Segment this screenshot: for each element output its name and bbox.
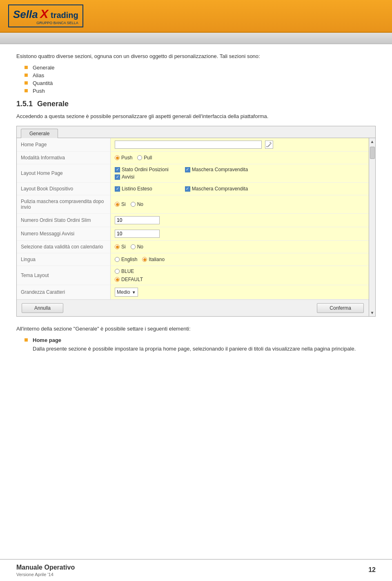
form-tab[interactable]: Generale: [21, 129, 58, 138]
homepage-input[interactable]: [115, 141, 262, 149]
radio-selezione-si-icon[interactable]: [115, 244, 120, 249]
checkbox-maschera-compra1-icon[interactable]: [185, 167, 190, 172]
bottom-desc: All'interno della sezione "Generale" è p…: [16, 325, 376, 333]
checkbox-maschera-compra1-label: Maschera Compravendita: [192, 167, 248, 172]
section-desc: Accedendo a questa sezione è possibile p…: [16, 112, 376, 121]
form-row-num-messaggi: Numero Messaggi Avvisi: [17, 227, 369, 241]
layout-book-row1: Listino Esteso Maschera Compravendita: [115, 186, 365, 192]
main-content: Esistono quattro diverse sezioni, ognuna…: [0, 44, 392, 369]
input-num-ordini[interactable]: [115, 216, 160, 224]
radio-selezione-si[interactable]: Si: [115, 244, 126, 250]
checkbox-maschera-compra2-icon[interactable]: [185, 186, 190, 192]
list-item-label: Alias: [33, 72, 44, 78]
checkbox-listino-esteso-label: Listino Esteso: [122, 186, 152, 192]
radio-pull-icon[interactable]: [137, 155, 142, 160]
bottom-list: Home page Dalla presente sezione è possi…: [24, 337, 376, 353]
select-arrow-icon: ▼: [132, 290, 136, 295]
form-label-lingua: Lingua: [17, 253, 111, 266]
footer-version: Versione Aprile '14: [16, 572, 376, 577]
checkbox-stato-ordini-icon[interactable]: [115, 167, 120, 172]
radio-pull-label: Pull: [144, 155, 152, 161]
form-value-pulizia: Si No: [111, 195, 369, 214]
form-row-grandezza: Grandezza Caratteri Medio ▼: [17, 285, 369, 299]
radio-pulizia-no[interactable]: No: [131, 201, 143, 207]
radio-group-modalita: Push Pull: [115, 155, 365, 161]
form-label-layout-home: Layout Home Page: [17, 164, 111, 183]
radio-push-icon[interactable]: [115, 155, 120, 160]
form-label-tema: Tema Layout: [17, 266, 111, 285]
radio-italiano-label: Italiano: [149, 257, 165, 262]
checkbox-avvisi[interactable]: Avvisi: [115, 174, 134, 180]
scroll-down-arrow[interactable]: ▼: [369, 309, 376, 316]
checkbox-listino-esteso-icon[interactable]: [115, 186, 120, 192]
form-label-num-messaggi: Numero Messaggi Avvisi: [17, 227, 111, 241]
radio-default[interactable]: DEFAULT: [115, 277, 365, 282]
checkbox-maschera-compra1[interactable]: Maschera Compravendita: [185, 167, 248, 172]
radio-pulizia-si[interactable]: Si: [115, 201, 126, 207]
svg-rect-0: [267, 144, 271, 147]
input-num-messaggi[interactable]: [115, 230, 160, 238]
form-label-layout-book: Layout Book Dispositivo: [17, 183, 111, 195]
layout-home-row2: Avvisi: [115, 174, 365, 180]
radio-italiano-icon[interactable]: [142, 257, 147, 262]
radio-pull[interactable]: Pull: [137, 155, 152, 161]
list-item: Quantità: [24, 80, 376, 86]
bottom-bullet-icon: [24, 338, 28, 342]
radio-selezione-no[interactable]: No: [131, 244, 143, 250]
checkbox-avvisi-icon[interactable]: [115, 174, 120, 180]
footer-title: Manuale Operativo: [16, 564, 376, 571]
scroll-thumb[interactable]: [370, 147, 375, 159]
bottom-section: All'interno della sezione "Generale" è p…: [16, 325, 376, 353]
logo-trading-text: trading: [51, 11, 78, 20]
select-grandezza-value: Medio: [117, 289, 130, 295]
intro-text: Esistono quattro diverse sezioni, ognuna…: [16, 52, 376, 60]
form-value-num-ordini: [111, 214, 369, 227]
scroll-up-arrow[interactable]: ▲: [369, 138, 376, 145]
form-value-tema: BLUE DEFAULT: [111, 266, 369, 285]
form-value-grandezza: Medio ▼: [111, 285, 369, 299]
bottom-item-content: Home page Dalla presente sezione è possi…: [33, 337, 376, 353]
form-label-pulizia: Pulizia maschera compravendita dopo invi…: [17, 195, 111, 214]
section-number: 1.5.1: [16, 100, 33, 108]
tema-options: BLUE DEFAULT: [115, 268, 365, 282]
form-value-num-messaggi: [111, 227, 369, 241]
bullet-icon: [24, 81, 28, 85]
footer: Manuale Operativo Versione Aprile '14 12: [0, 559, 392, 581]
form-panel: Generale Home Page: [16, 126, 376, 317]
footer-page: 12: [368, 566, 376, 574]
form-label-num-ordini: Numero Ordini Stato Ordini Slim: [17, 214, 111, 227]
logo-sella-text: Sella: [13, 8, 38, 20]
radio-italiano[interactable]: Italiano: [142, 257, 165, 262]
radio-english[interactable]: English: [115, 257, 137, 262]
form-value-lingua: English Italiano: [111, 253, 369, 266]
form-label-homepage: Home Page: [17, 138, 111, 152]
pencil-icon: [266, 142, 272, 147]
radio-pulizia-si-icon[interactable]: [115, 202, 120, 207]
cancel-button[interactable]: Annulla: [22, 303, 63, 313]
radio-selezione-no-icon[interactable]: [131, 244, 136, 249]
layout-home-checkboxes: Stato Ordini Posizioni Maschera Comprave…: [115, 167, 365, 180]
radio-english-icon[interactable]: [115, 257, 120, 262]
select-grandezza[interactable]: Medio ▼: [115, 288, 138, 297]
radio-pulizia-no-icon[interactable]: [131, 202, 136, 207]
confirm-button[interactable]: Conferma: [317, 303, 364, 313]
radio-selezione-si-label: Si: [121, 244, 126, 250]
checkbox-avvisi-label: Avvisi: [122, 174, 134, 180]
radio-blue-icon[interactable]: [115, 269, 120, 274]
checkbox-maschera-compra2[interactable]: Maschera Compravendita: [185, 186, 248, 192]
bullet-list: Generale Alias Quantità Push: [24, 65, 376, 94]
list-item-label: Push: [33, 88, 45, 94]
radio-blue[interactable]: BLUE: [115, 268, 365, 274]
edit-icon[interactable]: [265, 141, 273, 149]
form-row-layout-home: Layout Home Page Stato Ordini Posizioni: [17, 164, 369, 183]
radio-push[interactable]: Push: [115, 155, 132, 161]
homepage-value: [115, 141, 365, 149]
checkbox-listino-esteso[interactable]: Listino Esteso: [115, 186, 152, 192]
radio-group-lingua: English Italiano: [115, 257, 365, 262]
svg-marker-1: [266, 146, 268, 147]
radio-pulizia-si-label: Si: [121, 201, 126, 207]
form-scroll-content: Home Page: [17, 138, 369, 316]
radio-pulizia-no-label: No: [137, 201, 143, 207]
radio-default-icon[interactable]: [115, 277, 120, 282]
checkbox-stato-ordini[interactable]: Stato Ordini Posizioni: [115, 167, 169, 172]
